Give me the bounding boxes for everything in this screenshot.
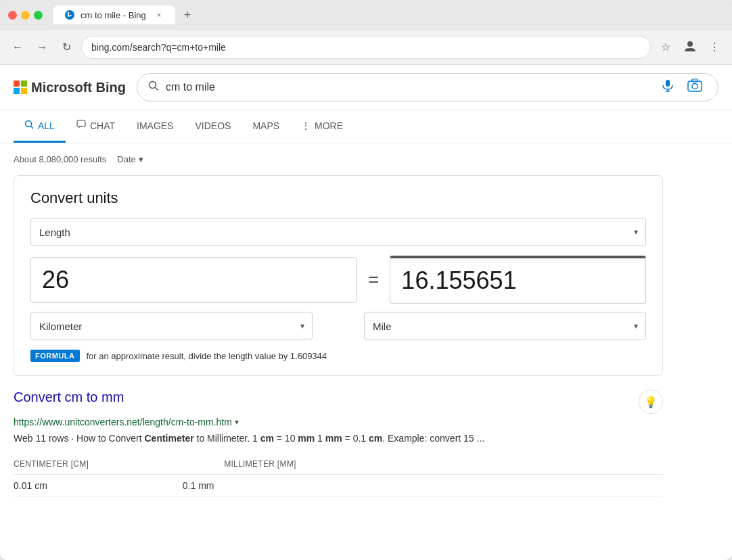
active-tab[interactable]: cm to mile - Bing ×: [53, 5, 175, 24]
converter-input[interactable]: [30, 257, 357, 303]
converter-widget: Convert units Length Area Volume Weight …: [14, 175, 663, 376]
tab-images-label: IMAGES: [137, 120, 173, 131]
nav-icons: ☆ ⋮: [656, 38, 724, 57]
profile-icon: [684, 40, 696, 55]
snippet-text-5: = 0.1: [342, 433, 369, 444]
tab-maps-label: MAPS: [252, 120, 279, 131]
tab-bar: cm to mile - Bing × +: [53, 5, 197, 24]
lightbulb-button[interactable]: 💡: [639, 390, 663, 414]
lightbulb-icon: 💡: [644, 396, 658, 409]
table-col-cm: CENTIMETER [CM]: [14, 459, 89, 469]
forward-button[interactable]: →: [32, 38, 51, 57]
table-row: 0.01 cm 0.1 mm: [14, 475, 663, 497]
search-tab-icon: [24, 120, 34, 131]
menu-button[interactable]: ⋮: [705, 38, 724, 57]
close-icon: ×: [157, 11, 161, 19]
browser-frame: cm to mile - Bing × + ← → ↻ bing.com/sea…: [0, 0, 732, 560]
tab-images[interactable]: IMAGES: [126, 111, 184, 143]
svg-point-1: [687, 41, 693, 47]
unit-type-select[interactable]: Length Area Volume Weight Temperature Sp…: [30, 218, 646, 246]
bing-search-bar[interactable]: [137, 73, 718, 101]
svg-rect-4: [666, 80, 670, 87]
snippet-text-3: = 10: [274, 433, 298, 444]
snippet-bold-mm2: mm: [325, 433, 342, 444]
refresh-button[interactable]: ↻: [57, 38, 76, 57]
table-col-mm: MILLIMETER [MM]: [224, 459, 296, 469]
refresh-icon: ↻: [62, 41, 71, 53]
svg-rect-12: [77, 120, 85, 126]
search-result-item: Convert cm to mm 💡 https://www.unitconve…: [14, 390, 663, 497]
bing-logo-text: Microsoft Bing: [31, 80, 126, 95]
chat-tab-icon: [76, 120, 86, 131]
snippet-text-2: to Millimeter. 1: [194, 433, 260, 444]
from-unit-selector[interactable]: Kilometer Centimeter Meter Mile Inch Foo…: [30, 312, 313, 340]
equals-sign: =: [368, 269, 379, 291]
converter-input-row: = 16.155651: [30, 256, 646, 304]
tab-maps[interactable]: MAPS: [242, 111, 290, 143]
mic-icon: [661, 79, 674, 96]
back-button[interactable]: ←: [8, 38, 27, 57]
snippet-bold-cm2: cm: [369, 433, 382, 444]
svg-line-11: [31, 126, 34, 129]
svg-line-3: [156, 88, 158, 91]
logo-cell-green: [21, 80, 27, 87]
tab-more[interactable]: ⋮ MORE: [290, 111, 354, 143]
tab-title: cm to mile - Bing: [81, 10, 146, 20]
date-filter-chevron: ▾: [139, 154, 143, 164]
result-title-link[interactable]: Convert cm to mm: [14, 390, 124, 405]
result-url[interactable]: https://www.unitconverters.net/length/cm…: [14, 417, 663, 427]
new-tab-button[interactable]: +: [178, 5, 197, 24]
close-traffic-light[interactable]: [8, 11, 17, 20]
tab-chat[interactable]: CHAT: [66, 110, 126, 143]
plus-icon: +: [184, 8, 191, 22]
date-filter-label: Date: [117, 154, 135, 164]
table-cell-cm: 0.01 cm: [14, 480, 47, 491]
from-unit-select[interactable]: Kilometer Centimeter Meter Mile Inch Foo…: [30, 312, 313, 340]
svg-point-0: [65, 10, 74, 20]
tab-all[interactable]: ALL: [14, 110, 66, 143]
snippet-text-4: 1: [315, 433, 325, 444]
maximize-traffic-light[interactable]: [34, 11, 43, 20]
camera-search-button[interactable]: [683, 75, 707, 99]
result-url-arrow: ▾: [235, 417, 239, 427]
table-cell-mm: 0.1 mm: [183, 480, 214, 491]
tab-more-label: MORE: [315, 120, 343, 131]
svg-point-10: [26, 121, 32, 127]
date-filter[interactable]: Date ▾: [117, 154, 143, 164]
tab-favicon: [64, 9, 75, 20]
logo-cell-blue: [14, 88, 20, 94]
result-snippet: Web 11 rows · How to Convert Centimeter …: [14, 431, 663, 446]
address-text: bing.com/search?q=cm+to+mile: [91, 42, 226, 53]
tab-chat-label: CHAT: [90, 120, 115, 131]
to-unit-select[interactable]: Mile Kilometer Centimeter Meter Inch Foo…: [364, 312, 646, 340]
content-area: Microsoft Bing: [0, 65, 732, 560]
menu-icon: ⋮: [709, 41, 720, 53]
search-actions: [656, 75, 707, 99]
result-table-header: CENTIMETER [CM] MILLIMETER [MM]: [14, 454, 663, 475]
formula-badge: FORMULA: [30, 350, 80, 362]
results-area: About 8,080,000 results Date ▾ Convert u…: [0, 143, 677, 521]
tab-close-button[interactable]: ×: [154, 9, 164, 20]
snippet-text-6: . Example: convert 15 ...: [382, 433, 484, 444]
profile-button[interactable]: [681, 38, 700, 57]
results-count-row: About 8,080,000 results Date ▾: [14, 154, 663, 164]
tab-videos-label: VIDEOS: [195, 120, 231, 131]
camera-icon: [687, 78, 702, 97]
search-input[interactable]: [166, 81, 649, 93]
converter-title: Convert units: [30, 189, 646, 207]
microphone-button[interactable]: [656, 75, 680, 99]
snippet-bold-centimeter: Centimeter: [144, 433, 193, 444]
address-bar[interactable]: bing.com/search?q=cm+to+mile: [81, 36, 651, 59]
back-icon: ←: [12, 41, 23, 53]
bookmark-icon: ☆: [661, 41, 670, 53]
minimize-traffic-light[interactable]: [21, 11, 30, 20]
unit-type-selector[interactable]: Length Area Volume Weight Temperature Sp…: [30, 218, 646, 246]
to-unit-selector[interactable]: Mile Kilometer Centimeter Meter Inch Foo…: [364, 312, 646, 340]
converter-result: 16.155651: [390, 256, 646, 304]
result-title-row: Convert cm to mm 💡: [14, 390, 663, 414]
formula-text: for an approximate result, divide the le…: [87, 351, 327, 361]
more-dots-icon: ⋮: [301, 120, 311, 131]
bing-header: Microsoft Bing: [0, 65, 732, 110]
tab-videos[interactable]: VIDEOS: [184, 111, 242, 143]
bookmark-button[interactable]: ☆: [656, 38, 675, 57]
